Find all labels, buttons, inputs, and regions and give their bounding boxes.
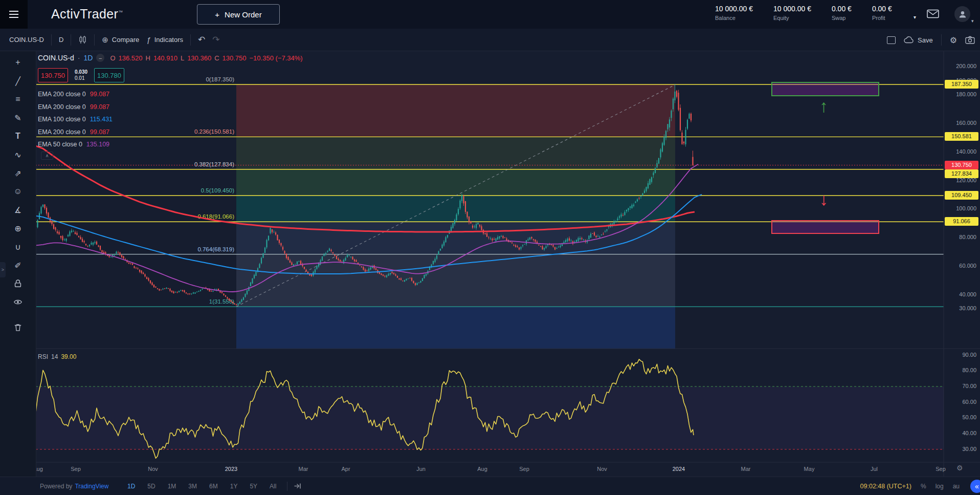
top-bar: ActivTrader™ + New Order 10 000.00 €Bala…: [0, 0, 980, 29]
toolbar-divider: [71, 34, 71, 46]
ohlc-key: C: [214, 54, 219, 62]
indicators-icon: ƒ: [146, 35, 150, 44]
metric-value: 0.00 €: [832, 5, 852, 13]
indicators-label: Indicators: [154, 36, 183, 44]
redo-button[interactable]: ↷: [212, 34, 219, 45]
chart-style-button[interactable]: [78, 35, 87, 44]
pattern-tool[interactable]: ∿: [9, 145, 27, 164]
fib-retracement-tool[interactable]: ≡: [9, 90, 27, 109]
rsi-value: 39.00: [61, 353, 76, 360]
ema-legend-row[interactable]: EMA 200 close 099.087: [38, 101, 113, 114]
emoji-icon: ☺: [14, 187, 22, 196]
app-logo: ActivTrader™: [51, 7, 123, 21]
magnet-tool[interactable]: ∪: [9, 238, 27, 256]
save-button[interactable]: Save: [904, 36, 933, 44]
brush-icon: ✎: [14, 113, 21, 123]
screenshot-button[interactable]: [965, 36, 975, 44]
forecast-tool[interactable]: ⇗: [9, 164, 27, 182]
toolbar-divider: [190, 34, 191, 46]
crosshair-tool[interactable]: +: [9, 53, 27, 72]
new-order-button[interactable]: + New Order: [197, 4, 280, 25]
messages-button[interactable]: [927, 9, 939, 20]
lock-icon: [13, 279, 23, 288]
up-arrow-annotation[interactable]: ↑: [819, 97, 828, 115]
ohlc-value: 130.750: [222, 54, 247, 62]
range-button-3m[interactable]: 3M: [184, 481, 202, 491]
user-avatar-button[interactable]: [954, 6, 970, 22]
layout-select-button[interactable]: [887, 36, 896, 44]
spread-info: 0.030 0.01: [75, 69, 87, 81]
measure-icon: ∡: [14, 205, 21, 215]
brush-tool[interactable]: ✎: [9, 109, 27, 127]
metric-label: Equity: [773, 15, 811, 21]
supply-zone-box[interactable]: [771, 82, 879, 96]
ohlc-key: O: [110, 54, 115, 62]
camera-icon: [965, 36, 975, 44]
toolbar-divider: [94, 34, 95, 46]
ohlc-value: 140.910: [153, 54, 177, 62]
go-to-date-button[interactable]: [294, 483, 301, 489]
percent-scale-button[interactable]: %: [921, 483, 926, 490]
trendline-icon: ╱: [15, 76, 20, 86]
collapse-panel-button[interactable]: «: [970, 480, 980, 493]
symbol-button[interactable]: COIN.US-D: [9, 36, 44, 44]
log-scale-button[interactable]: log: [936, 483, 944, 490]
measure-tool[interactable]: ∡: [9, 201, 27, 219]
range-button-5y[interactable]: 5Y: [245, 481, 262, 491]
rail-collapse-button[interactable]: >: [0, 262, 6, 277]
spread-value: 0.030: [75, 69, 87, 75]
ema-value: 99.087: [90, 91, 109, 98]
emoji-tool[interactable]: ☺: [9, 182, 27, 201]
range-button-6m[interactable]: 6M: [205, 481, 222, 491]
range-button-1d[interactable]: 1D: [123, 481, 140, 491]
axis-settings-gear-icon[interactable]: ⚙: [956, 464, 963, 472]
ema-legend-row[interactable]: EMA 200 close 099.087: [38, 126, 113, 139]
range-button-all[interactable]: All: [265, 481, 281, 491]
range-button-5d[interactable]: 5D: [143, 481, 160, 491]
legend-expand-button[interactable]: ∧: [41, 152, 53, 160]
activtrader-app: 0(187.350)0.236(150.581)0.382(127.834)0.…: [0, 0, 980, 495]
account-metric-equity: 10 000.00 €Equity: [773, 5, 811, 21]
ema-legend-row[interactable]: EMA 50 close 0135.109: [38, 138, 113, 151]
main-chart-svg[interactable]: [0, 0, 980, 495]
sell-price-button[interactable]: 130.750: [38, 68, 68, 82]
buy-price-button[interactable]: 130.780: [94, 68, 124, 82]
undo-button[interactable]: ↶: [198, 34, 205, 45]
crosshair-icon: +: [15, 58, 20, 67]
profit-caret-icon[interactable]: ▾: [914, 14, 916, 20]
indicators-button[interactable]: ƒ Indicators: [146, 35, 183, 44]
range-button-1y[interactable]: 1Y: [226, 481, 242, 491]
draw-tool[interactable]: ✐: [9, 256, 27, 274]
eye-icon: [13, 297, 23, 307]
text-icon: T: [15, 132, 20, 141]
candles-icon: [78, 35, 87, 44]
spread-pips: 0.01: [75, 75, 87, 81]
down-arrow-annotation[interactable]: ↓: [819, 190, 828, 208]
tradingview-link[interactable]: TradingView: [75, 483, 108, 490]
ohlc-key: H: [146, 54, 150, 62]
plus-icon: +: [215, 10, 219, 19]
compare-button[interactable]: ⊕ Compare: [102, 35, 139, 45]
text-tool[interactable]: T: [9, 127, 27, 145]
trendline-tool[interactable]: ╱: [9, 72, 27, 90]
rsi-legend[interactable]: RSI 14 39.00: [38, 353, 76, 360]
avatar-caret-icon[interactable]: ▾: [971, 18, 974, 24]
interval-button[interactable]: D: [59, 36, 63, 44]
ema-legend-row[interactable]: EMA 100 close 0115.431: [38, 113, 113, 126]
eye-tool[interactable]: [9, 293, 27, 311]
draw-icon: ✐: [14, 261, 21, 270]
demand-zone-box[interactable]: [771, 220, 879, 234]
hamburger-menu-button[interactable]: [0, 0, 28, 29]
range-button-1m[interactable]: 1M: [163, 481, 181, 491]
auto-scale-button[interactable]: au: [953, 483, 960, 490]
chart-legend-row[interactable]: COIN.US-d · 1D – O136.520H140.910L130.36…: [38, 54, 303, 62]
settings-gear-icon[interactable]: ⚙: [950, 35, 957, 45]
zoom-tool[interactable]: ⊕: [9, 219, 27, 238]
lock-tool[interactable]: [9, 274, 27, 293]
magnet-icon: ∪: [15, 242, 21, 252]
ema-value: 99.087: [90, 128, 109, 136]
ema-label: EMA 200 close 0: [38, 128, 86, 136]
trash-tool[interactable]: [9, 318, 27, 337]
legend-collapse-button[interactable]: –: [96, 54, 104, 62]
ema-legend-row[interactable]: EMA 200 close 099.087: [38, 88, 113, 101]
